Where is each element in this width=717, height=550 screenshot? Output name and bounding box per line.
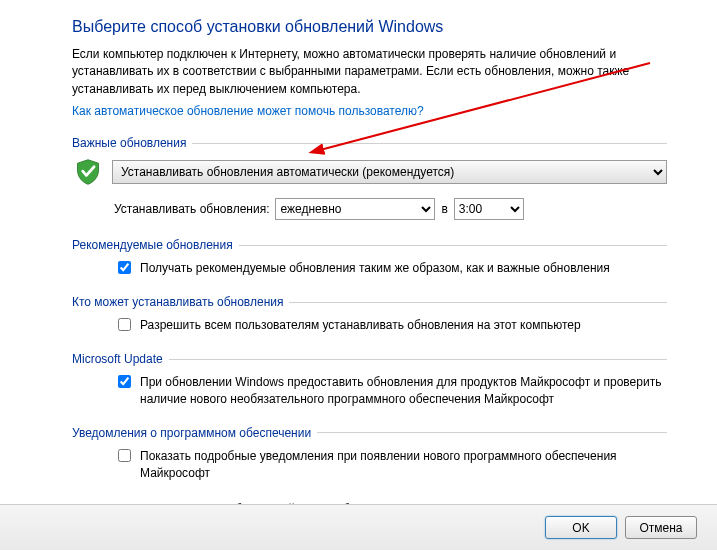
group-recommended-title: Рекомендуемые обновления: [72, 238, 233, 252]
update-mode-select[interactable]: Устанавливать обновления автоматически (…: [112, 160, 667, 184]
schedule-label: Устанавливать обновления:: [114, 202, 269, 216]
ok-button[interactable]: OK: [545, 516, 617, 539]
page-title: Выберите способ установки обновлений Win…: [72, 18, 667, 36]
help-link[interactable]: Как автоматическое обновление может помо…: [72, 104, 424, 118]
group-important-title: Важные обновления: [72, 136, 186, 150]
recommended-checkbox-label: Получать рекомендуемые обновления таким …: [140, 260, 610, 277]
group-notify: Уведомления о программном обеспечении По…: [72, 426, 667, 482]
msupdate-checkbox[interactable]: [118, 375, 131, 388]
notify-checkbox-label: Показать подробные уведомления при появл…: [140, 448, 667, 482]
divider: [192, 143, 667, 144]
group-who-title: Кто может устанавливать обновления: [72, 295, 283, 309]
group-recommended: Рекомендуемые обновления Получать рекоме…: [72, 238, 667, 277]
recommended-checkbox[interactable]: [118, 261, 131, 274]
frequency-select[interactable]: ежедневно: [275, 198, 435, 220]
group-important: Важные обновления Устанавливать обновлен…: [72, 136, 667, 220]
allow-all-users-label: Разрешить всем пользователям устанавлива…: [140, 317, 581, 334]
group-notify-title: Уведомления о программном обеспечении: [72, 426, 311, 440]
group-msupdate-title: Microsoft Update: [72, 352, 163, 366]
shield-check-icon: [74, 158, 102, 186]
divider: [239, 245, 667, 246]
dialog-footer: OK Отмена: [0, 504, 717, 550]
divider: [317, 432, 667, 433]
intro-text: Если компьютер подключен к Интернету, мо…: [72, 46, 667, 98]
group-msupdate: Microsoft Update При обновлении Windows …: [72, 352, 667, 408]
notify-checkbox[interactable]: [118, 449, 131, 462]
divider: [169, 359, 667, 360]
divider: [289, 302, 667, 303]
allow-all-users-checkbox[interactable]: [118, 318, 131, 331]
cancel-button[interactable]: Отмена: [625, 516, 697, 539]
at-label: в: [441, 202, 447, 216]
time-select[interactable]: 3:00: [454, 198, 524, 220]
msupdate-checkbox-label: При обновлении Windows предоставить обно…: [140, 374, 667, 408]
group-who: Кто может устанавливать обновления Разре…: [72, 295, 667, 334]
